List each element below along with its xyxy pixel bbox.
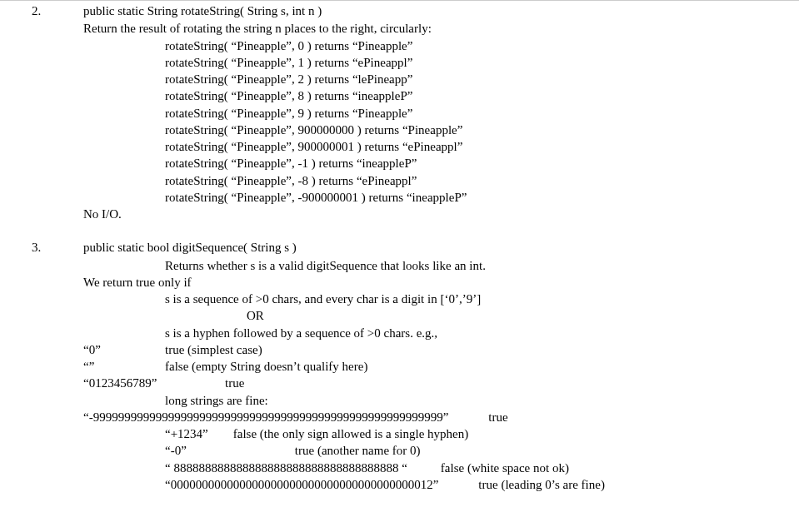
rule: s is a hyphen followed by a sequence of … [83, 325, 799, 341]
example-row: “-0”true (another name for 0) [83, 442, 799, 459]
example-line: rotateString( “Pineapple”, -900000001 ) … [83, 189, 799, 206]
example-result: false (the only sign allowed is a single… [233, 427, 468, 440]
example-result: false (empty String doesn’t qualify here… [165, 358, 367, 375]
example-row: “000000000000000000000000000000000000000… [83, 476, 799, 493]
problem-3: 3. public static bool digitSequence( Str… [0, 239, 799, 493]
problem-number: 3. [0, 239, 83, 493]
problem-number: 2. [0, 2, 83, 222]
example-line: rotateString( “Pineapple”, 1 ) returns “… [83, 54, 799, 71]
example-line: rotateString( “Pineapple”, -1 ) returns … [83, 155, 799, 172]
example-input: “000000000000000000000000000000000000000… [165, 478, 438, 491]
intro: We return true only if [83, 274, 799, 291]
description: Return the result of rotating the string… [83, 20, 799, 37]
note: long strings are fine: [83, 392, 799, 409]
example-input: “-0” [165, 444, 187, 457]
example-input: “0123456789” [83, 375, 225, 391]
example-result: true [225, 375, 244, 391]
example-result: false (white space not ok) [441, 461, 569, 475]
problem-2: 2. public static String rotateString( St… [0, 2, 799, 222]
problem-content: public static bool digitSequence( String… [83, 239, 799, 493]
example-line: rotateString( “Pineapple”, 900000000 ) r… [83, 122, 799, 138]
rule: s is a sequence of >0 chars, and every c… [83, 291, 799, 307]
example-row: “ 888888888888888888888888888888888888 “… [83, 460, 799, 476]
example-line: rotateString( “Pineapple”, -8 ) returns … [83, 172, 799, 189]
method-signature: public static String rotateString( Strin… [83, 2, 799, 19]
example-result: true (simplest case) [165, 341, 262, 358]
example-result: true (leading 0’s are fine) [478, 478, 605, 491]
description: Returns whether s is a valid digitSequen… [83, 257, 799, 274]
example-line: rotateString( “Pineapple”, 2 ) returns “… [83, 71, 799, 87]
example-line: rotateString( “Pineapple”, 0 ) returns “… [83, 37, 799, 54]
example-input: “-99999999999999999999999999999999999999… [83, 410, 448, 424]
problem-content: public static String rotateString( Strin… [83, 2, 799, 222]
example-input: “0” [83, 341, 165, 358]
example-input: “+1234” [165, 427, 208, 440]
example-result: true [488, 410, 507, 424]
example-line: rotateString( “Pineapple”, 900000001 ) r… [83, 138, 799, 155]
example-input: “ 888888888888888888888888888888888888 “ [165, 461, 407, 475]
or-separator: OR [83, 307, 799, 324]
example-row: “+1234”false (the only sign allowed is a… [83, 425, 799, 442]
example-input: “” [83, 358, 165, 375]
example-row: “0” true (simplest case) [83, 341, 799, 358]
example-result: true (another name for 0) [295, 444, 421, 457]
example-line: rotateString( “Pineapple”, 8 ) returns “… [83, 87, 799, 104]
example-row: “-99999999999999999999999999999999999999… [83, 409, 799, 425]
example-row: “” false (empty String doesn’t qualify h… [83, 358, 799, 375]
method-signature: public static bool digitSequence( String… [83, 239, 799, 256]
note: No I/O. [83, 206, 799, 222]
example-row: “0123456789” true [83, 375, 799, 391]
example-line: rotateString( “Pineapple”, 9 ) returns “… [83, 105, 799, 122]
